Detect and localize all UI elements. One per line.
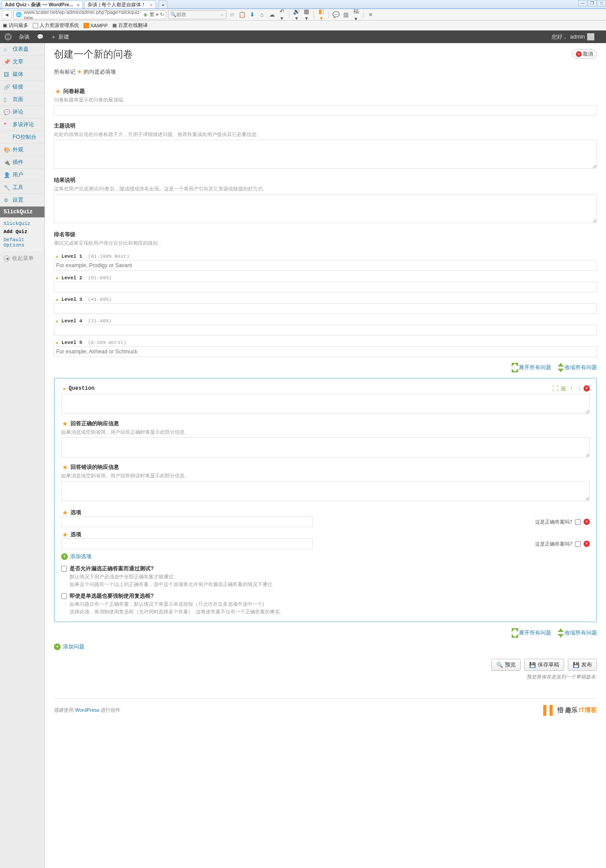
sidebar-item-pages[interactable]: ▯页面 [0, 93, 44, 106]
correct-resp-input[interactable] [61, 437, 590, 458]
wrong-resp-input[interactable] [61, 481, 590, 501]
required-note: 所有标记★的均是必填项 [54, 68, 597, 76]
result-desc-input[interactable] [54, 194, 597, 223]
wordpress-link[interactable]: WordPress [75, 707, 99, 713]
browser-tab[interactable]: 杂谈 | 每个人都是自媒体！× [84, 0, 155, 9]
level3-input[interactable] [54, 303, 597, 314]
url-bar[interactable]: 🌐www.scater.net/wp-admin/admin.php?page=… [13, 10, 166, 19]
new-tab-button[interactable]: + [159, 0, 168, 9]
sidebar-item-slickquiz[interactable]: SlickQuiz [0, 207, 44, 218]
expand-icon: ◤◥◣◢ [512, 361, 517, 373]
level1-input[interactable] [54, 260, 597, 271]
sidebar-item-posts[interactable]: 📌文章 [0, 56, 44, 68]
download-icon[interactable]: ⬇ [248, 11, 256, 18]
close-icon[interactable]: × [150, 2, 152, 8]
duoshuo-icon: ❝ [4, 122, 10, 128]
star-icon: ★ [55, 274, 59, 282]
site-link[interactable]: 杂谈 [19, 33, 30, 41]
sidebar-item-duoshuo[interactable]: ❝多说评论 [0, 119, 44, 131]
level2-input[interactable] [54, 282, 597, 292]
publish-button[interactable]: 💾发布 [568, 659, 597, 671]
bookmark2-icon[interactable]: 福 ▾ [352, 7, 360, 22]
cancel-button[interactable]: ×取消 [572, 49, 597, 59]
bookmark-xampp[interactable]: XAMPP [84, 23, 108, 28]
menu-icon[interactable]: ≡ [367, 11, 375, 18]
reload-icon[interactable]: ↻ [160, 12, 164, 18]
force-multi-checkbox[interactable] [61, 593, 67, 599]
sidebar-item-comments[interactable]: 💬评论 [0, 106, 44, 119]
option1-correct-checkbox[interactable] [575, 519, 581, 525]
delete-option-icon[interactable]: × [584, 519, 590, 525]
submenu-defaults[interactable]: Default Options [4, 236, 44, 249]
new-link[interactable]: ＋ 新建 [51, 33, 69, 41]
user-menu[interactable]: 您好，admin [552, 33, 594, 41]
main-content: ×取消 创建一个新的问卷 所有标记★的均是必填项 ★问卷标题 问卷标题将显示在问… [45, 43, 606, 868]
option2-input[interactable] [61, 538, 313, 549]
addon-icon[interactable]: ◧ ▾ [317, 8, 325, 22]
close-icon[interactable]: × [77, 2, 80, 8]
allow-partial-checkbox[interactable] [61, 566, 67, 572]
add-question-button[interactable]: +添加问题 [54, 643, 597, 651]
collapse-question-icon[interactable]: ⊞ [559, 385, 567, 392]
expand-all-button[interactable]: ◤◥◣◢展开所有问题 [512, 361, 551, 373]
expand-all-button[interactable]: ◤◥◣◢展开所有问题 [512, 627, 551, 639]
sidebar-item-media[interactable]: 🖼媒体 [0, 68, 44, 81]
fo-icon [4, 134, 10, 141]
bookmark-icon[interactable]: ☆ [228, 11, 236, 18]
question-input[interactable] [61, 394, 590, 414]
sidebar-item-settings[interactable]: ⚙设置 [0, 194, 44, 207]
option1-input[interactable] [61, 516, 313, 527]
sidebar-item-plugins[interactable]: 🔌插件 [0, 156, 44, 169]
collapse-menu[interactable]: ◀收起菜单 [0, 251, 44, 266]
submenu-add[interactable]: Add Quiz [4, 228, 44, 236]
grid-icon[interactable]: ▦ ▾ [302, 8, 310, 22]
preview-button[interactable]: 🔍预览 [491, 659, 521, 671]
main-desc-input[interactable] [54, 140, 597, 169]
restore-icon[interactable]: ❐ [588, 0, 597, 6]
level4-input[interactable] [54, 325, 597, 335]
bookmark-most[interactable]: ▣ 访问最多 [3, 22, 28, 29]
clipboard-icon[interactable]: 📋 [238, 11, 246, 18]
result-desc-hint: 这将在用户完成测试/问卷后，随成绩或排名出现。这是一个将用户引向其它资源或链接的… [54, 185, 597, 192]
quiz-title-input[interactable] [54, 105, 597, 116]
comments-link[interactable]: 💬 [37, 34, 44, 40]
sidebar-item-dashboard[interactable]: ⌂仪表盘 [0, 43, 44, 56]
calendar-icon[interactable]: ▥ [342, 11, 350, 18]
collapse-all-button[interactable]: ◢◣◥◤收缩所有问题 [557, 627, 597, 639]
maximize-icon[interactable]: □ [597, 0, 606, 6]
bookmark-baidu[interactable]: ▦ 百度在线翻译 [112, 22, 148, 29]
sidebar-item-fo[interactable]: FO控制台 [0, 131, 44, 144]
sidebar-item-users[interactable]: 👤用户 [0, 169, 44, 181]
minimize-icon[interactable]: — [578, 0, 587, 6]
sidebar-item-tools[interactable]: 🔧工具 [0, 181, 44, 194]
sidebar-item-links[interactable]: 🔗链接 [0, 81, 44, 93]
expand-question-icon[interactable]: ⛶ [551, 385, 559, 392]
option2-correct-checkbox[interactable] [575, 541, 581, 547]
shield-icon[interactable]: ◉ [143, 12, 148, 18]
collapse-all-button[interactable]: ◢◣◥◤收缩所有问题 [557, 361, 597, 373]
submenu-list[interactable]: SlickQuiz [4, 220, 44, 228]
sidebar-item-appearance[interactable]: 🎨外观 [0, 144, 44, 156]
save-draft-button[interactable]: 💾保存草稿 [524, 659, 564, 671]
tools-icon: 🔧 [4, 185, 10, 191]
level5-input[interactable] [54, 346, 597, 357]
volume-icon[interactable]: 🔊 ▾ [292, 8, 301, 22]
blog-logo[interactable]: ▌▌悟趣乐IT博客 [543, 705, 597, 715]
move-up-icon[interactable]: ↑ [567, 385, 575, 392]
comment-icon[interactable]: 💬 [332, 11, 340, 18]
browser-tab-active[interactable]: Add Quiz ‹ 杂谈 — WordPre...× [2, 0, 83, 9]
add-option-button[interactable]: +添加选项 [61, 553, 590, 560]
delete-question-icon[interactable]: × [584, 385, 590, 392]
font-icon[interactable]: 繁 [150, 11, 155, 18]
bookmark-hr[interactable]: 人力资源管理系统 [33, 22, 79, 29]
result-desc-label: 结果说明 [54, 176, 597, 184]
move-down-icon[interactable]: ↓ [575, 385, 584, 392]
back-button[interactable]: ◄ [2, 10, 12, 19]
delete-option-icon[interactable]: × [584, 541, 590, 547]
chat-icon[interactable]: ☁ [268, 11, 276, 18]
search-bar[interactable]: 🔍 邮政→ [168, 10, 226, 19]
wp-logo[interactable]: W [4, 33, 12, 40]
star-icon: ★ [62, 464, 68, 471]
home-icon[interactable]: ⌂ [258, 11, 266, 18]
undo-icon[interactable]: ↶ ▾ [278, 8, 286, 22]
